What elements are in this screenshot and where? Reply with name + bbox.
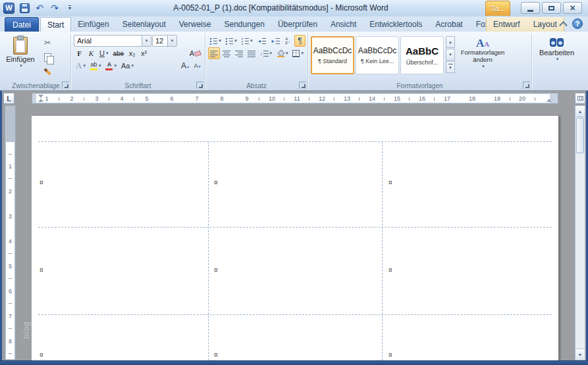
clear-formatting-button[interactable]: A [188,47,203,59]
font-name-combo[interactable]: Arial ▾ [74,35,151,47]
chevron-down-icon: ▾ [556,57,559,62]
tab-verweise[interactable]: Verweise [173,17,218,32]
scroll-down-button[interactable]: ▼ [575,349,585,360]
styles-dialog-launcher[interactable] [523,82,530,89]
word-logo-icon[interactable]: W [3,3,14,14]
copy-button[interactable] [40,51,55,64]
cell-end-mark: ¤ [388,179,392,187]
tab-sendungen[interactable]: Sendungen [217,17,271,32]
table-tools-badge[interactable]: Ta... [485,1,510,16]
tab-seitenlayout[interactable]: Seitenlayout [116,17,173,32]
line-spacing-button[interactable]: ↕▾ [258,47,274,59]
align-left-button[interactable] [208,47,220,59]
font-dialog-launcher[interactable] [196,82,203,89]
minimize-ribbon-button[interactable] [560,20,566,28]
ruler-number: 8 [209,95,234,102]
show-formatting-marks-button[interactable]: ¶ [294,35,306,47]
ruler-toggle-button[interactable] [575,93,585,104]
highlight-button[interactable]: ab▾ [88,60,103,72]
minimize-button[interactable] [521,2,540,14]
tab-layout[interactable]: Layout [527,17,564,32]
italic-button[interactable]: K [86,47,97,59]
increase-indent-button[interactable]: ► [269,35,282,47]
borders-button[interactable]: ▾ [290,47,306,59]
scrollbar-thumb[interactable] [576,118,584,153]
ruler-number: 12 [309,95,334,102]
style-card-1[interactable]: AaBbCcDc¶ Standard [311,36,354,74]
align-center-button[interactable] [221,47,232,59]
up-down-arrow-icon: ↕ [260,51,263,56]
document-page[interactable]: ¤¤¤¤¤¤¤¤¤ [32,116,558,360]
close-icon: × [570,3,575,12]
tab-entwicklertools[interactable]: Entwicklertools [363,17,429,32]
minimize-icon [527,10,533,12]
borders-grid-icon [292,50,300,57]
multilevel-list-button[interactable]: ▾ [240,35,255,47]
redo-button[interactable]: ↷ [49,2,60,14]
justify-button[interactable] [246,47,257,59]
scroll-up-button[interactable]: ▲ [575,106,585,117]
font-size-combo[interactable]: 12 ▾ [152,35,177,47]
tab-acrobat[interactable]: Acrobat [429,17,469,32]
ruler-number: 14 [360,95,385,102]
tab-überprüfen[interactable]: Überprüfen [271,17,324,32]
tab-start[interactable]: Start [40,17,71,32]
gallery-more-button[interactable]: ▾ [446,61,455,73]
chevron-down-icon: ▾ [68,5,71,11]
decrease-indent-button[interactable]: ◄ [255,35,268,47]
chevron-down-icon[interactable]: ▾ [167,36,176,46]
clipboard-dialog-launcher[interactable] [62,82,69,89]
editing-button[interactable]: Bearbeiten ▾ [535,35,579,62]
style-card-2[interactable]: AaBbCcDc¶ Kein Lee... [356,36,399,74]
vertical-ruler[interactable]: 12345678 [5,105,16,360]
first-line-indent-marker[interactable] [38,95,43,98]
tab-einfügen[interactable]: Einfügen [71,17,115,32]
font-color-button[interactable]: A▾ [103,60,119,72]
close-button[interactable]: × [563,2,582,14]
style-name: Überschrif... [406,59,439,66]
shading-button[interactable]: ▾ [275,47,290,59]
ruler-number: 17 [435,95,460,102]
chevron-down-icon[interactable]: ▾ [142,36,151,46]
bold-button[interactable]: F [74,47,85,59]
shrink-font-button[interactable]: A▾ [192,60,203,72]
ruler-number: 4 [109,95,134,102]
grow-font-button[interactable]: A▴ [179,60,191,72]
tab-ansicht[interactable]: Ansicht [324,17,363,32]
right-indent-marker[interactable] [547,99,552,102]
cell-end-mark: ¤ [214,351,218,359]
gallery-up-button[interactable]: ▴ [446,36,455,48]
customize-qat-button[interactable]: ▾ [65,2,75,14]
sort-button[interactable]: AZ↓ [282,35,294,47]
style-card-3[interactable]: AaBbCÜberschrif... [400,36,444,74]
ruler-number: 20 [510,95,535,102]
change-styles-button[interactable]: AA Formatvorlagen ändern ▾ [457,36,508,69]
align-right-button[interactable] [233,47,245,59]
subscript-button[interactable]: x₂ [126,47,138,59]
tab-datei[interactable]: Datei [5,17,39,32]
table-column-divider [208,141,209,360]
paste-button[interactable]: Einfügen ▾ [4,35,37,78]
cut-button[interactable]: ✂ [40,36,55,49]
left-indent-marker[interactable] [38,99,43,102]
paragraph-dialog-launcher[interactable] [299,82,306,89]
format-painter-button[interactable] [40,65,55,78]
chevron-down-icon: ▾ [219,38,221,43]
vertical-scrollbar[interactable]: ▲ ▼ [575,105,585,360]
tab-stop-selector[interactable]: L [3,93,14,104]
tab-entwurf[interactable]: Entwurf [487,17,527,32]
horizontal-ruler[interactable]: 1234567891011121314151617181920 [32,93,558,104]
maximize-button[interactable] [542,2,561,14]
numbered-list-button[interactable]: ▾ [224,35,239,47]
strikethrough-button[interactable]: abe [111,47,126,59]
gallery-down-button[interactable]: ▾ [446,49,455,61]
save-button[interactable] [19,2,30,14]
help-button[interactable]: ? [572,18,583,29]
underline-button[interactable]: U▾ [97,47,110,59]
superscript-button[interactable]: x² [138,47,149,59]
change-case-button[interactable]: Aa▾ [119,60,136,72]
text-effects-button[interactable]: A▾ [74,60,88,72]
undo-button[interactable]: ↶ [34,2,45,14]
bullet-list-button[interactable]: ▾ [208,35,223,47]
style-name: ¶ Kein Lee... [361,58,394,64]
